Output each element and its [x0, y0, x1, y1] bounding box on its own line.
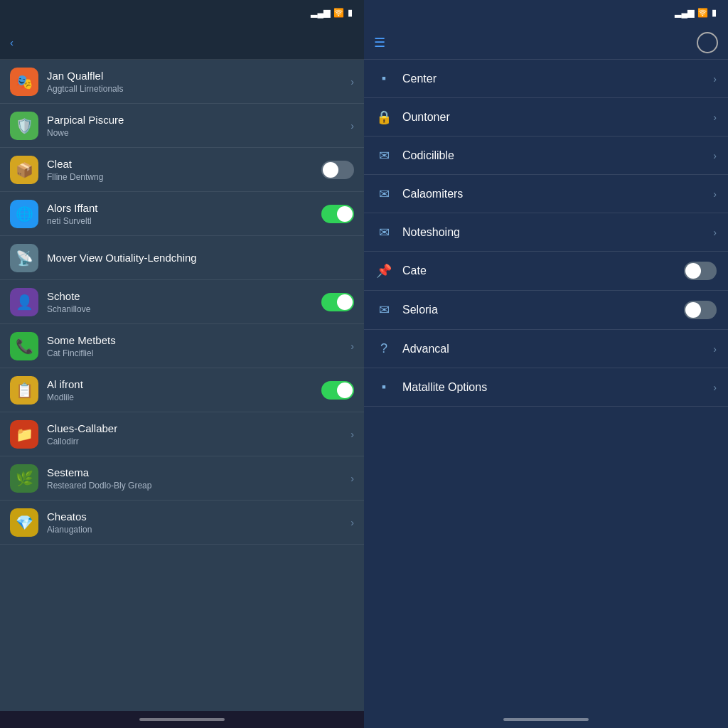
toggle-thumb [337, 382, 353, 398]
back-button[interactable]: ‹ [10, 36, 15, 48]
left-nav-bar: ‹ [0, 26, 364, 60]
right-home-bar [364, 711, 728, 728]
home-indicator [139, 718, 225, 721]
settings-item-label: Cate [402, 264, 674, 277]
app-icon: 👤 [10, 288, 38, 316]
settings-toggle[interactable] [684, 262, 717, 280]
settings-icon: ▪ [375, 380, 392, 395]
list-text: Some Metbets Cat Fincifliel [47, 333, 342, 359]
right-status-icons: ▂▄▆ 🛜 ▮ [675, 8, 717, 18]
settings-item[interactable]: ✉ Noteshoing › [364, 213, 728, 252]
left-home-bar [0, 711, 364, 728]
app-icon: 🌿 [10, 464, 38, 493]
settings-item[interactable]: ✉ Calaomiters › [364, 175, 728, 213]
app-icon: 📦 [10, 156, 38, 184]
app-icon: 🛡️ [10, 112, 38, 140]
settings-icon: ▪ [375, 71, 392, 86]
list-item-sub: Cat Fincifliel [47, 348, 342, 358]
settings-chevron-icon: › [713, 227, 717, 238]
left-status-bar: ▂▄▆ 🛜 ▮ [0, 0, 364, 26]
toggle-thumb [337, 294, 353, 310]
settings-icon: ? [375, 341, 392, 356]
settings-chevron-icon: › [713, 112, 717, 123]
settings-item-label: Calaomiters [402, 188, 703, 200]
settings-item[interactable]: ▪ Center › [364, 60, 728, 98]
chevron-icon: › [350, 341, 354, 352]
settings-list: ▪ Center › 🔒 Ountoner › ✉ Codicilible › … [364, 60, 728, 711]
app-icon: 📁 [10, 420, 38, 449]
list-item-title: Cleat [47, 157, 313, 171]
list-text: Cleat Flline Dentwng [47, 157, 313, 183]
settings-chevron-icon: › [713, 150, 717, 161]
list-item-sub: neti Surveltl [47, 216, 313, 226]
list-item-sub: Nowe [47, 128, 342, 138]
list-item-title: Jan Qualflel [47, 69, 342, 83]
toggle-switch[interactable] [321, 161, 354, 179]
list-text: Alors Iffant neti Surveltl [47, 201, 313, 227]
list-text: Cheatos Aianugation [47, 510, 342, 535]
list-text: Jan Qualflel Aggtcall Lirnetionals [47, 69, 342, 95]
settings-chevron-icon: › [713, 382, 717, 393]
list-item[interactable]: 💎 Cheatos Aianugation › [0, 500, 364, 545]
list-item[interactable]: 📞 Some Metbets Cat Fincifliel › [0, 324, 364, 368]
chevron-icon: › [350, 76, 354, 87]
list-item-sub: Aggtcall Lirnetionals [47, 84, 342, 94]
battery-icon: ▮ [348, 8, 353, 18]
list-text: Sestema Resteared Dodlo-Bly Greap [47, 466, 342, 491]
list-item[interactable]: 📋 Al ifront Modlile [0, 368, 364, 412]
right-status-bar: ▂▄▆ 🛜 ▮ [364, 0, 728, 26]
chevron-icon: › [350, 429, 354, 440]
list-item-title: Parpical Piscure [47, 113, 342, 127]
list-item[interactable]: 📁 Clues-Callaber Callodirr › [0, 412, 364, 456]
right-home-indicator [503, 718, 589, 721]
toggle-switch[interactable] [321, 381, 354, 400]
settings-item[interactable]: 📌 Cate [364, 252, 728, 291]
settings-item[interactable]: ✉ Seloria [364, 291, 728, 330]
list-item-sub: Callodirr [47, 437, 342, 446]
wifi-icon: 🛜 [333, 8, 344, 18]
hamburger-icon[interactable]: ☰ [374, 35, 385, 50]
gear-badge[interactable] [697, 32, 718, 53]
list-text: Al ifront Modlile [47, 378, 313, 403]
chevron-icon: › [350, 517, 354, 528]
list-item[interactable]: 📦 Cleat Flline Dentwng [0, 148, 364, 192]
settings-chevron-icon: › [713, 188, 717, 200]
app-icon: 🎭 [10, 68, 38, 96]
list-item-title: Alors Iffant [47, 201, 313, 215]
settings-item[interactable]: ? Advancal › [364, 330, 728, 368]
right-phone: ▂▄▆ 🛜 ▮ ☰ ▪ Center › 🔒 Ountoner › ✉ Codi… [364, 0, 728, 728]
left-list: 🎭 Jan Qualflel Aggtcall Lirnetionals › 🛡… [0, 60, 364, 711]
settings-icon: ✉ [375, 225, 392, 240]
settings-item[interactable]: ▪ Matallite Options › [364, 368, 728, 407]
list-item[interactable]: 🌿 Sestema Resteared Dodlo-Bly Greap › [0, 456, 364, 500]
list-item-title: Sestema [47, 466, 342, 480]
list-item-title: Some Metbets [47, 333, 342, 348]
settings-item-label: Codicilible [402, 149, 703, 162]
settings-item-label: Ountoner [402, 111, 703, 124]
list-item[interactable]: 🛡️ Parpical Piscure Nowe › [0, 104, 364, 148]
app-icon: 💎 [10, 508, 38, 537]
chevron-icon: › [350, 473, 354, 484]
list-item-title: Schote [47, 289, 313, 304]
toggle-thumb [685, 263, 701, 279]
settings-item[interactable]: ✉ Codicilible › [364, 136, 728, 175]
toggle-switch[interactable] [321, 205, 354, 223]
left-status-icons: ▂▄▆ 🛜 ▮ [311, 8, 353, 18]
list-item[interactable]: 🎭 Jan Qualflel Aggtcall Lirnetionals › [0, 60, 364, 104]
list-item[interactable]: 👤 Schote Schanillove [0, 280, 364, 324]
settings-nav-bar: ☰ [364, 26, 728, 60]
list-item-sub: Resteared Dodlo-Bly Greap [47, 481, 342, 491]
settings-item[interactable]: 🔒 Ountoner › [364, 98, 728, 136]
left-phone: ▂▄▆ 🛜 ▮ ‹ 🎭 Jan Qualflel Aggtcall Lirnet… [0, 0, 364, 728]
list-item-sub: Aianugation [47, 525, 342, 535]
signal-icon: ▂▄▆ [311, 8, 330, 18]
toggle-switch[interactable] [321, 293, 354, 311]
toggle-thumb [685, 302, 701, 318]
list-item: 📡 Mover View Outiality-Lendching [0, 236, 364, 280]
settings-toggle[interactable] [684, 301, 717, 319]
list-item[interactable]: 🌐 Alors Iffant neti Surveltl [0, 192, 364, 236]
settings-item-label: Center [402, 73, 703, 85]
settings-item-label: Seloria [402, 304, 674, 316]
app-icon: 📋 [10, 376, 38, 405]
list-text: Parpical Piscure Nowe [47, 113, 342, 139]
